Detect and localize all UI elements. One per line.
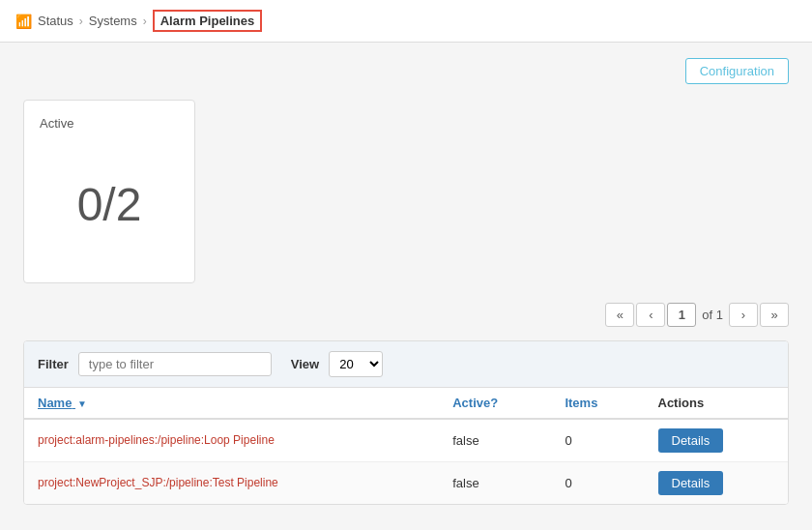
pipeline-active: false [439,419,551,462]
table-header-row: Name ▼ Active? Items Actions [24,388,788,419]
view-label: View [291,357,319,371]
pipeline-name: project:alarm-pipelines:/pipeline:Loop P… [24,419,439,462]
pipeline-actions: Details [645,419,789,462]
status-icon: 📶 [15,14,32,29]
configuration-button[interactable]: Configuration [685,58,789,84]
pipeline-items: 0 [551,462,644,505]
pipeline-actions: Details [645,462,789,505]
breadcrumb-status[interactable]: Status [38,14,73,28]
breadcrumb-sep-1: › [79,15,83,28]
pipeline-active: false [439,462,551,505]
details-button[interactable]: Details [658,428,724,453]
table-section: Filter View 20 10 50 100 Name ▼ [23,340,789,505]
pipeline-items: 0 [551,419,644,462]
pagination-prev[interactable]: ‹ [636,303,665,327]
sort-arrow-icon: ▼ [77,398,87,409]
col-name-sort[interactable]: Name ▼ [38,396,87,410]
pagination-last[interactable]: » [760,303,789,327]
table-row: project:NewProject_SJP:/pipeline:Test Pi… [24,462,788,505]
view-select[interactable]: 20 10 50 100 [329,351,383,377]
active-card: Active 0/2 [23,100,195,283]
active-card-value: 0/2 [40,142,179,267]
pagination-next[interactable]: › [729,303,758,327]
breadcrumb-current: Alarm Pipelines [153,10,263,32]
col-items: Items [551,388,644,419]
breadcrumb-systems[interactable]: Systems [89,14,137,28]
pagination-current[interactable]: 1 [667,303,696,327]
filter-bar: Filter View 20 10 50 100 [24,341,788,388]
pagination-first[interactable]: « [605,303,634,327]
filter-label: Filter [38,357,69,371]
filter-input[interactable] [78,352,272,376]
col-actions: Actions [645,388,789,419]
breadcrumb-sep-2: › [143,15,147,28]
col-name: Name ▼ [24,388,439,419]
pipeline-name: project:NewProject_SJP:/pipeline:Test Pi… [24,462,439,505]
pagination-row: « ‹ 1 of 1 › » [23,303,789,327]
pagination-of: of 1 [702,308,723,322]
top-actions: Configuration [23,58,789,84]
main-content: Configuration Active 0/2 « ‹ 1 of 1 › » … [0,43,812,520]
breadcrumb: 📶 Status › Systems › Alarm Pipelines [0,0,812,43]
details-button[interactable]: Details [658,471,724,495]
pipelines-table: Name ▼ Active? Items Actions pr [24,388,788,504]
col-active: Active? [439,388,551,419]
table-row: project:alarm-pipelines:/pipeline:Loop P… [24,419,788,462]
active-card-title: Active [40,116,179,131]
